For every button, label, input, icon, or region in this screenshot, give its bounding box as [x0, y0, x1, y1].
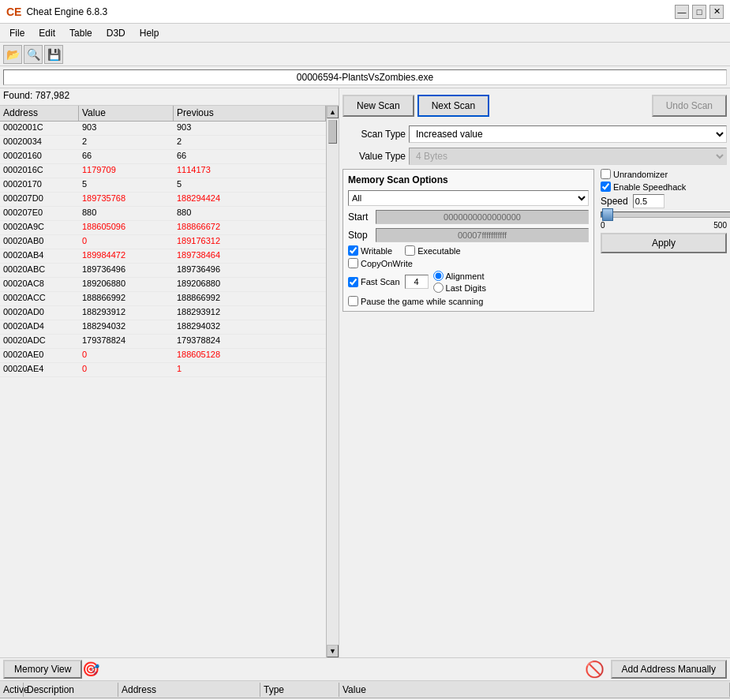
stop-input[interactable]	[376, 228, 589, 242]
results-table-body: 0002001C90390300020034220002016066660002…	[0, 122, 326, 657]
addr-col-active: Active	[0, 683, 24, 697]
previous-cell: 188294424	[174, 193, 326, 206]
scan-type-select[interactable]: Increased value	[409, 125, 727, 143]
scroll-thumb[interactable]	[328, 120, 337, 144]
address-cell: 00020AC8	[0, 278, 79, 291]
copyonwrite-checkbox[interactable]	[348, 258, 358, 268]
table-row[interactable]: 00020AE401	[0, 363, 326, 377]
last-digits-radio-label[interactable]: Last Digits	[433, 283, 486, 293]
value-cell: 880	[79, 207, 174, 220]
previous-cell: 188293912	[174, 306, 326, 320]
speed-slider-container	[601, 211, 730, 218]
fast-scan-input[interactable]	[405, 275, 429, 289]
left-panel: Found: 787,982 Address Value Previous 00…	[0, 88, 339, 657]
menu-d3d[interactable]: D3D	[100, 26, 132, 40]
apply-button[interactable]: Apply	[601, 233, 727, 253]
copyonwrite-checkbox-label[interactable]: CopyOnWrite	[348, 258, 413, 268]
table-row[interactable]: 0002001C903903	[0, 122, 326, 136]
address-cell: 00020AB0	[0, 235, 79, 249]
speed-label: Speed	[601, 196, 628, 207]
scan-buttons-row: New Scan Next Scan Undo Scan	[343, 92, 727, 120]
slider-max-label: 500	[713, 221, 727, 230]
table-row[interactable]: 00020ABC189736496189736496	[0, 264, 326, 278]
undo-scan-button[interactable]: Undo Scan	[652, 95, 727, 117]
table-row[interactable]: 000207D0189735768188294424	[0, 193, 326, 207]
fast-scan-checkbox-label[interactable]: Fast Scan	[348, 277, 400, 287]
next-scan-button[interactable]: Next Scan	[417, 95, 489, 117]
alignment-radio[interactable]	[433, 271, 444, 281]
slider-thumb[interactable]	[602, 208, 613, 221]
table-row[interactable]: 00020AD0188293912188293912	[0, 306, 326, 320]
table-row[interactable]: 00020A9C188605096188866672	[0, 221, 326, 235]
table-row[interactable]: 000207E0880880	[0, 207, 326, 221]
table-row[interactable]: 00020AB00189176312	[0, 235, 326, 249]
previous-cell: 179378824	[174, 335, 326, 348]
writable-checkbox[interactable]	[348, 245, 358, 256]
table-row[interactable]: 0002016C11797091114173	[0, 164, 326, 178]
table-row[interactable]: 00020AC8189206880189206880	[0, 278, 326, 292]
table-row[interactable]: 00020ACC188866992188866992	[0, 292, 326, 306]
memory-view-button[interactable]: Memory View	[3, 660, 82, 679]
menu-help[interactable]: Help	[133, 26, 166, 40]
close-button[interactable]: ✕	[709, 5, 724, 19]
process-name-input[interactable]	[3, 69, 727, 85]
col-previous: Previous	[174, 106, 326, 121]
table-row[interactable]: 00020AB4189984472189738464	[0, 249, 326, 264]
add-address-button[interactable]: Add Address Manually	[611, 660, 727, 679]
fast-scan-checkbox[interactable]	[348, 277, 358, 287]
new-button[interactable]: 🔍	[24, 45, 43, 64]
alignment-radio-label[interactable]: Alignment	[433, 271, 486, 281]
previous-cell: 189206880	[174, 278, 326, 291]
table-row[interactable]: 00020AD4188294032188294032	[0, 320, 326, 335]
maximize-button[interactable]: □	[692, 5, 706, 19]
value-cell: 2	[79, 136, 174, 149]
speed-input[interactable]	[633, 194, 664, 208]
open-button[interactable]: 📂	[3, 45, 22, 64]
address-cell: 0002016C	[0, 164, 79, 178]
menu-file[interactable]: File	[3, 26, 31, 40]
previous-cell: 1114173	[174, 164, 326, 178]
table-row[interactable]: 00020ADC179378824179378824	[0, 335, 326, 349]
writable-checkbox-label[interactable]: Writable	[348, 245, 392, 256]
executable-checkbox[interactable]	[405, 245, 415, 256]
minimize-button[interactable]: —	[675, 5, 689, 19]
speedhack-checkbox[interactable]	[601, 182, 611, 192]
address-cell: 0002001C	[0, 122, 79, 135]
last-digits-label: Last Digits	[446, 283, 486, 293]
alignment-label: Alignment	[446, 271, 485, 281]
pause-checkbox[interactable]	[348, 296, 358, 306]
last-digits-radio[interactable]	[433, 283, 444, 293]
menu-edit[interactable]: Edit	[32, 26, 62, 40]
address-cell: 00020ADC	[0, 335, 79, 348]
speedhack-label: Enable Speedhack	[613, 182, 686, 192]
start-input[interactable]	[376, 210, 589, 224]
value-cell: 189736496	[79, 264, 174, 277]
unrandomizer-checkbox[interactable]	[601, 169, 611, 179]
value-cell: 188605096	[79, 221, 174, 234]
results-scrollbar[interactable]: ▲ ▼	[326, 106, 339, 657]
value-type-row: Value Type 4 Bytes	[343, 147, 727, 166]
value-cell: 0	[79, 349, 174, 362]
address-cell: 00020A9C	[0, 221, 79, 234]
address-cell: 00020AD0	[0, 306, 79, 320]
save-button[interactable]: 💾	[44, 45, 63, 64]
table-row[interactable]: 0002003422	[0, 136, 326, 150]
previous-cell: 5	[174, 178, 326, 192]
previous-cell: 1	[174, 363, 326, 376]
executable-checkbox-label[interactable]: Executable	[405, 245, 460, 256]
new-scan-button[interactable]: New Scan	[343, 95, 414, 117]
memory-type-select[interactable]: All	[348, 190, 589, 206]
value-type-select[interactable]: 4 Bytes	[409, 148, 727, 165]
table-row[interactable]: 000201606666	[0, 150, 326, 164]
slider-min-label: 0	[601, 221, 605, 230]
scroll-up-arrow[interactable]: ▲	[327, 106, 339, 118]
previous-cell: 189738464	[174, 249, 326, 263]
main-area: Found: 787,982 Address Value Previous 00…	[0, 88, 730, 657]
results-table-header: Address Value Previous	[0, 106, 326, 122]
table-row[interactable]: 0002017055	[0, 178, 326, 193]
menu-table[interactable]: Table	[63, 26, 99, 40]
scroll-down-arrow[interactable]: ▼	[327, 645, 339, 657]
col-address: Address	[0, 106, 79, 121]
fast-scan-label: Fast Scan	[361, 277, 400, 286]
table-row[interactable]: 00020AE00188605128	[0, 349, 326, 363]
